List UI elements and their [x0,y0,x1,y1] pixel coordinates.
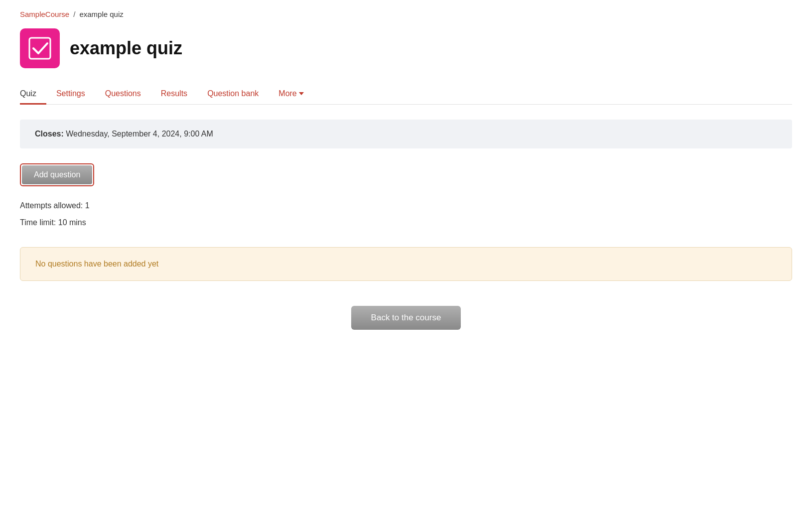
breadcrumb-separator: / [73,10,75,18]
tab-questions[interactable]: Questions [95,83,151,104]
quiz-icon [20,28,60,68]
time-limit: Time limit: 10 mins [20,218,792,227]
warning-box: No questions have been added yet [20,247,792,281]
closes-banner: Closes: Wednesday, September 4, 2024, 9:… [20,120,792,148]
breadcrumb-course-link[interactable]: SampleCourse [20,10,69,18]
closes-value: Wednesday, September 4, 2024, 9:00 AM [66,130,213,138]
tab-more-label: More [278,89,296,98]
add-question-button[interactable]: Add question [22,165,92,184]
breadcrumb: SampleCourse / example quiz [20,10,792,18]
warning-message: No questions have been added yet [35,260,158,268]
page-title: example quiz [70,38,182,59]
main-content: Closes: Wednesday, September 4, 2024, 9:… [20,105,792,330]
tab-quiz[interactable]: Quiz [20,83,46,104]
add-question-btn-wrapper: Add question [20,163,94,186]
back-button-area: Back to the course [20,306,792,330]
tab-more[interactable]: More [269,83,313,104]
info-list: Attempts allowed: 1 Time limit: 10 mins [20,201,792,227]
tabs-nav: Quiz Settings Questions Results Question… [20,83,792,105]
tab-question-bank[interactable]: Question bank [197,83,269,104]
page-header: example quiz [20,28,792,68]
tab-results[interactable]: Results [151,83,197,104]
breadcrumb-current-page: example quiz [79,10,123,18]
attempts-allowed: Attempts allowed: 1 [20,201,792,210]
chevron-down-icon [299,92,304,95]
closes-label: Closes: [35,130,64,138]
tab-settings[interactable]: Settings [46,83,95,104]
back-to-course-button[interactable]: Back to the course [351,306,461,330]
add-question-area: Add question [20,163,792,186]
